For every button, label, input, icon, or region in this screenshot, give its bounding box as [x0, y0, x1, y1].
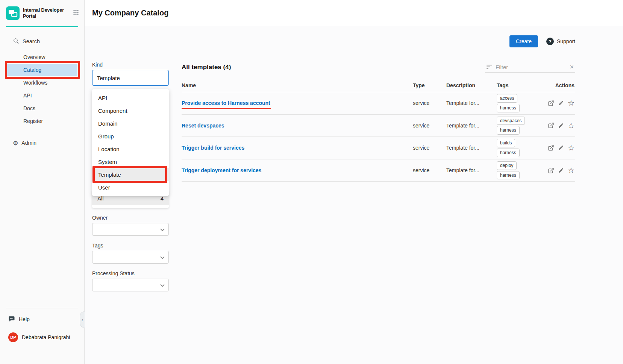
- template-link[interactable]: Trigger deployment for services: [182, 167, 261, 173]
- template-link[interactable]: Trigger build for services: [182, 145, 244, 151]
- kind-option-location[interactable]: Location: [92, 143, 169, 155]
- sidebar-item-search[interactable]: Search: [6, 35, 77, 47]
- tag-chip: devspaces: [497, 117, 525, 125]
- table-row: Reset devspacesserviceTemplate for...dev…: [182, 115, 575, 137]
- gear-icon: ⚙: [13, 140, 18, 147]
- tags-select[interactable]: [92, 251, 169, 264]
- kind-option-label: API: [98, 95, 107, 101]
- sidebar-item-admin[interactable]: ⚙ Admin: [0, 137, 84, 149]
- app-title-line2: Portal: [23, 14, 36, 19]
- catalog-table-body: Provide access to Harness accountservice…: [182, 92, 575, 182]
- row-type: service: [413, 123, 446, 129]
- sidebar-item-api[interactable]: API: [6, 89, 77, 102]
- kind-all-count: 4: [161, 195, 164, 202]
- sidebar-spacer: [0, 149, 84, 308]
- owner-select[interactable]: [92, 223, 169, 236]
- star-icon[interactable]: ☆: [568, 122, 574, 129]
- user-menu[interactable]: DP Debabrata Panigrahi: [6, 332, 78, 342]
- tag-chip: builds: [497, 139, 515, 147]
- edit-icon[interactable]: [558, 122, 564, 129]
- tags-filter-section: Tags: [92, 243, 169, 264]
- star-icon[interactable]: ☆: [568, 167, 574, 174]
- edit-icon[interactable]: [558, 167, 564, 174]
- kind-label: Kind: [92, 62, 169, 68]
- kind-option-label: Template: [98, 171, 121, 178]
- sidebar-item-catalog[interactable]: Catalog: [6, 64, 77, 76]
- processing-status-select[interactable]: [92, 279, 169, 291]
- kind-option-template[interactable]: Template: [92, 168, 169, 181]
- template-link[interactable]: Reset devspaces: [182, 123, 224, 129]
- template-link[interactable]: Provide access to Harness account: [182, 100, 270, 106]
- row-tags-cell: devspacesharness: [497, 115, 541, 137]
- tag-chip: deploy: [497, 161, 517, 170]
- column-header-name[interactable]: Name: [182, 82, 413, 88]
- annotation-box-catalog: [5, 61, 80, 79]
- tag-chip: access: [497, 94, 517, 103]
- table-title: All templates (4): [182, 64, 231, 71]
- row-name-cell: Trigger deployment for services: [182, 167, 413, 173]
- chevron-left-icon: ‹: [82, 317, 83, 323]
- edit-icon[interactable]: [558, 144, 564, 151]
- row-actions: ☆: [541, 144, 575, 151]
- row-name-cell: Reset devspaces: [182, 123, 413, 129]
- row-type: service: [413, 145, 446, 151]
- row-type: service: [413, 100, 446, 106]
- processing-status-filter-section: Processing Status: [92, 270, 169, 291]
- row-name-wrap: Reset devspaces: [182, 123, 224, 129]
- sidebar-item-overview[interactable]: Overview: [6, 51, 77, 63]
- app-title: Internal Developer Portal: [23, 7, 70, 20]
- row-description: Template for...: [446, 145, 497, 151]
- column-header-description[interactable]: Description: [446, 82, 497, 88]
- star-icon[interactable]: ☆: [568, 144, 574, 151]
- kind-all-label: All: [97, 195, 104, 202]
- support-button[interactable]: ? Support: [546, 38, 575, 45]
- apps-grid-icon[interactable]: [73, 9, 79, 17]
- kind-dropdown-menu: APIComponentDomainGroupLocationSystemTem…: [92, 89, 169, 196]
- open-template-icon[interactable]: [547, 167, 554, 174]
- open-template-icon[interactable]: [547, 122, 554, 129]
- chevron-down-icon: [160, 282, 165, 288]
- row-description: Template for...: [446, 123, 497, 129]
- kind-option-label: Component: [98, 108, 127, 114]
- open-template-icon[interactable]: [547, 144, 554, 151]
- table-filter-input[interactable]: [496, 64, 566, 70]
- sidebar-item-label: Docs: [23, 105, 35, 111]
- kind-option-system[interactable]: System: [92, 155, 169, 168]
- star-icon[interactable]: ☆: [568, 100, 574, 106]
- table-header: Name Type Description Tags Actions: [182, 79, 575, 92]
- help-button[interactable]: Help: [6, 314, 78, 325]
- kind-option-domain[interactable]: Domain: [92, 117, 169, 130]
- catalog-table-panel: All templates (4) × Name Type Descriptio…: [182, 62, 575, 182]
- row-actions: ☆: [541, 167, 575, 174]
- clear-filter-icon[interactable]: ×: [570, 64, 574, 70]
- kind-select[interactable]: Template: [92, 70, 169, 86]
- help-label: Help: [19, 316, 30, 322]
- open-template-icon[interactable]: [547, 100, 554, 106]
- sidebar-item-docs[interactable]: Docs: [6, 102, 77, 114]
- kind-option-label: Domain: [98, 120, 118, 127]
- kind-option-component[interactable]: Component: [92, 104, 169, 117]
- column-header-tags[interactable]: Tags: [497, 82, 541, 88]
- sidebar-collapse-handle[interactable]: ‹: [80, 311, 85, 328]
- kind-option-group[interactable]: Group: [92, 130, 169, 143]
- row-tags-cell: buildsharness: [497, 137, 541, 159]
- chevron-down-icon: [160, 226, 165, 233]
- sidebar-item-register[interactable]: Register: [6, 115, 77, 127]
- help-chat-icon: [8, 315, 15, 323]
- kind-option-user[interactable]: User: [92, 181, 169, 194]
- sidebar-item-label: Overview: [23, 54, 45, 60]
- sidebar-header: Internal Developer Portal: [0, 0, 84, 26]
- edit-icon[interactable]: [558, 100, 564, 106]
- row-description: Template for...: [446, 167, 497, 173]
- table-row: Provide access to Harness accountservice…: [182, 92, 575, 115]
- sidebar-item-workflows[interactable]: Workflows: [6, 77, 77, 89]
- tag-chip: harness: [497, 104, 520, 112]
- create-button[interactable]: Create: [509, 35, 538, 47]
- filter-panel: Kind Template APIComponentDomainGroupLoc…: [92, 62, 169, 291]
- search-label: Search: [23, 38, 40, 44]
- table-row: Trigger deployment for servicesserviceTe…: [182, 159, 575, 182]
- column-header-type[interactable]: Type: [413, 82, 446, 88]
- user-name: Debabrata Panigrahi: [22, 334, 70, 340]
- kind-option-api[interactable]: API: [92, 91, 169, 104]
- question-icon: ?: [546, 38, 554, 45]
